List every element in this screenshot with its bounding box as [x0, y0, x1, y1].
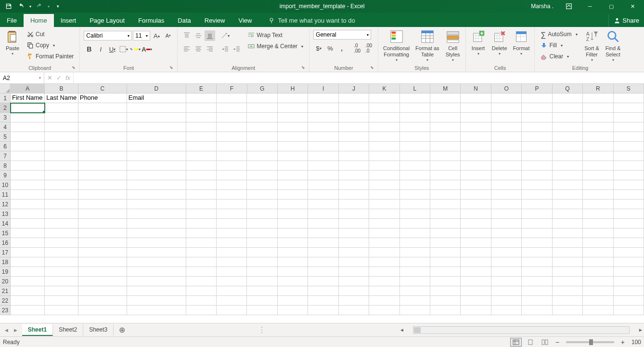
cell[interactable] — [127, 286, 186, 296]
cell[interactable] — [430, 113, 461, 122]
cell[interactable] — [186, 306, 217, 315]
zoom-slider[interactable] — [566, 341, 614, 343]
cell[interactable] — [127, 122, 186, 132]
cell[interactable] — [461, 267, 491, 277]
row-header[interactable]: 6 — [0, 142, 11, 151]
cells-area[interactable]: First NameLast NamePhoneEmail — [11, 93, 644, 323]
cell[interactable] — [369, 93, 399, 103]
cell[interactable] — [78, 171, 127, 180]
cut-button[interactable]: Cut — [25, 29, 76, 40]
cell[interactable] — [491, 103, 522, 113]
cell[interactable] — [78, 161, 127, 171]
cell[interactable] — [247, 219, 277, 228]
wrap-text-button[interactable]: Wrap Text — [246, 30, 305, 40]
cell[interactable] — [278, 103, 308, 113]
cell[interactable] — [614, 113, 644, 122]
user-name[interactable]: Marsha . — [531, 3, 554, 10]
cell[interactable] — [553, 103, 583, 113]
row-header[interactable]: 19 — [0, 267, 11, 277]
cell[interactable] — [11, 277, 45, 286]
cell[interactable] — [461, 200, 491, 209]
cell[interactable] — [217, 103, 247, 113]
cell[interactable] — [553, 306, 583, 315]
cell[interactable] — [127, 238, 186, 248]
cell[interactable] — [522, 238, 552, 248]
cell[interactable] — [247, 151, 277, 161]
cell[interactable] — [583, 209, 613, 219]
cell[interactable] — [614, 151, 644, 161]
cell[interactable] — [127, 171, 186, 180]
cell[interactable] — [45, 113, 78, 122]
normal-view-button[interactable] — [510, 338, 522, 347]
cell[interactable] — [522, 219, 552, 228]
row-header[interactable]: 16 — [0, 238, 11, 248]
cell[interactable] — [491, 200, 522, 209]
find-select-button[interactable]: Find & Select▾ — [603, 28, 624, 64]
cell[interactable] — [583, 93, 613, 103]
cell[interactable] — [553, 248, 583, 257]
cell[interactable] — [186, 286, 217, 296]
cell[interactable] — [583, 200, 613, 209]
cell[interactable] — [217, 151, 247, 161]
tab-insert[interactable]: Insert — [54, 14, 83, 27]
cell[interactable] — [217, 209, 247, 219]
fx-icon[interactable]: fx — [65, 74, 70, 81]
file-tab[interactable]: File — [0, 14, 24, 27]
cell[interactable] — [400, 93, 430, 103]
cell[interactable] — [278, 209, 308, 219]
cell[interactable] — [522, 286, 552, 296]
cell[interactable] — [127, 151, 186, 161]
cell[interactable] — [45, 190, 78, 200]
cell[interactable] — [45, 161, 78, 171]
cell[interactable] — [78, 113, 127, 122]
cell[interactable] — [491, 180, 522, 190]
cell[interactable] — [247, 103, 277, 113]
cell[interactable] — [400, 103, 430, 113]
cell[interactable] — [522, 209, 552, 219]
cell[interactable] — [308, 151, 338, 161]
cell[interactable] — [522, 228, 552, 238]
autosum-button[interactable]: ∑AutoSum▾ — [539, 29, 579, 40]
cell[interactable] — [553, 151, 583, 161]
cell[interactable] — [217, 190, 247, 200]
cell[interactable] — [127, 113, 186, 122]
cell[interactable] — [400, 209, 430, 219]
cell[interactable] — [491, 142, 522, 151]
cell[interactable] — [369, 277, 399, 286]
cell[interactable] — [369, 219, 399, 228]
cell[interactable] — [11, 171, 45, 180]
cell[interactable] — [78, 200, 127, 209]
decrease-decimal-button[interactable]: .00.0 — [363, 43, 374, 53]
format-painter-button[interactable]: Format Painter — [25, 51, 76, 62]
cell[interactable] — [614, 238, 644, 248]
cell[interactable] — [430, 161, 461, 171]
cell[interactable] — [553, 238, 583, 248]
cell[interactable] — [78, 228, 127, 238]
cell[interactable] — [583, 228, 613, 238]
cell[interactable] — [583, 161, 613, 171]
cell[interactable] — [491, 113, 522, 122]
hscroll-right[interactable]: ► — [637, 327, 644, 333]
cell[interactable] — [400, 286, 430, 296]
cell[interactable] — [461, 209, 491, 219]
cell[interactable] — [247, 209, 277, 219]
page-break-view-button[interactable] — [539, 338, 551, 347]
cell[interactable] — [522, 122, 552, 132]
align-left-button[interactable] — [181, 44, 192, 54]
cell[interactable] — [11, 200, 45, 209]
cell[interactable] — [553, 113, 583, 122]
cell[interactable] — [461, 238, 491, 248]
cell[interactable] — [308, 103, 338, 113]
cell[interactable] — [247, 257, 277, 267]
column-header[interactable]: O — [491, 84, 522, 93]
cell[interactable] — [127, 219, 186, 228]
cell[interactable] — [583, 248, 613, 257]
cell[interactable] — [11, 142, 45, 151]
fill-button[interactable]: Fill▾ — [539, 40, 579, 51]
cell[interactable] — [430, 257, 461, 267]
cell[interactable] — [247, 180, 277, 190]
cell[interactable] — [461, 257, 491, 267]
cell[interactable] — [308, 306, 338, 315]
cell[interactable] — [127, 103, 186, 113]
cell[interactable] — [553, 200, 583, 209]
